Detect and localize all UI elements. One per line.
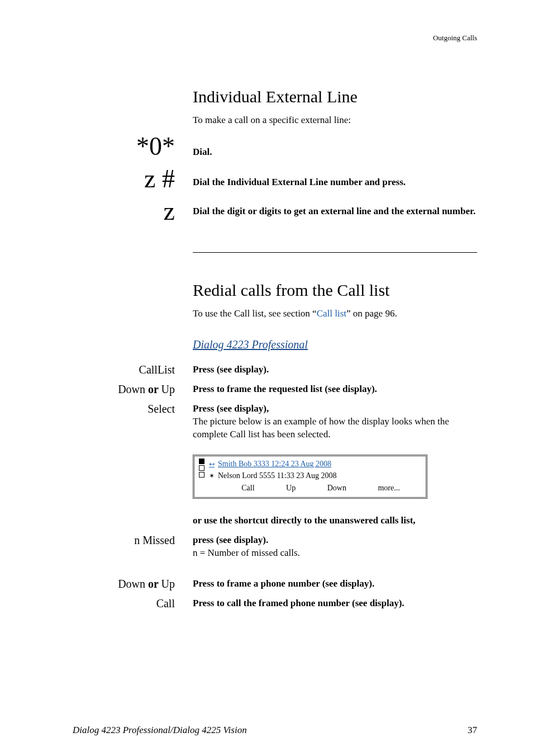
select-description: Press (see display), The picture below i… bbox=[193, 403, 477, 441]
down-or-up-2: Down or Up bbox=[73, 578, 193, 590]
intro-text-1: To make a call on a specific external li… bbox=[193, 114, 477, 127]
call-list-link[interactable]: Call list bbox=[317, 308, 346, 319]
dial-digits-label: Dial the digit or digits to get an exter… bbox=[193, 206, 475, 216]
section-title-redial: Redial calls from the Call list bbox=[193, 281, 477, 300]
subhead-dialog-4223: Dialog 4223 Professional bbox=[193, 338, 477, 351]
softkey-select: Select bbox=[147, 403, 175, 415]
row-box-icon bbox=[199, 465, 204, 471]
softkey-n-missed: n Missed bbox=[134, 534, 175, 546]
incoming-call-icon: ↤ bbox=[209, 460, 218, 469]
softkey-down: Down bbox=[327, 483, 346, 494]
n-missed-description: press (see display). n = Number of misse… bbox=[193, 534, 477, 560]
intro-text-2: To use the Call list, see section “Call … bbox=[193, 308, 477, 320]
page-number: 37 bbox=[468, 725, 477, 736]
down-or-up-1: Down or Up bbox=[73, 383, 193, 396]
section-title-individual-external-line: Individual External Line bbox=[193, 87, 477, 106]
press-see-display-1: Press (see display). bbox=[193, 364, 269, 375]
divider bbox=[193, 252, 477, 253]
dial-symbol-z: z bbox=[164, 197, 175, 225]
softkey-calllist: CallList bbox=[139, 363, 175, 376]
softkey-up: Up bbox=[286, 483, 296, 494]
softkey-call: Call bbox=[241, 483, 254, 494]
dial-ext-line-label: Dial the Individual External Line number… bbox=[193, 177, 406, 187]
softkey-more: more... bbox=[378, 483, 399, 494]
dial-symbol-star-zero-star: *0* bbox=[136, 132, 175, 160]
display-entry-1: ↤ Smith Bob 3333 12:24 23 Aug 2008 bbox=[209, 459, 421, 470]
cursor-icon bbox=[199, 459, 204, 464]
header-section: Outgoing Calls bbox=[73, 34, 477, 42]
press-frame-list: Press to frame the requested list (see d… bbox=[193, 384, 377, 394]
press-frame-number: Press to frame a phone number (see displ… bbox=[193, 578, 374, 589]
display-entry-2: ✶ Nelson Lord 5555 11:33 23 Aug 2008 bbox=[209, 470, 421, 482]
dial-label: Dial. bbox=[193, 147, 212, 157]
row-box-icon bbox=[199, 472, 204, 478]
dial-symbol-z-hash: z # bbox=[144, 164, 175, 193]
phone-display-box: ↤ Smith Bob 3333 12:24 23 Aug 2008 ✶ Nel… bbox=[193, 455, 427, 499]
missed-call-icon: ✶ bbox=[209, 471, 218, 480]
softkey-call-2: Call bbox=[156, 597, 175, 609]
press-call-framed: Press to call the framed phone number (s… bbox=[193, 598, 404, 608]
shortcut-text: or use the shortcut directly to the unan… bbox=[193, 515, 416, 526]
footer-model: Dialog 4223 Professional/Dialog 4225 Vis… bbox=[73, 725, 247, 736]
